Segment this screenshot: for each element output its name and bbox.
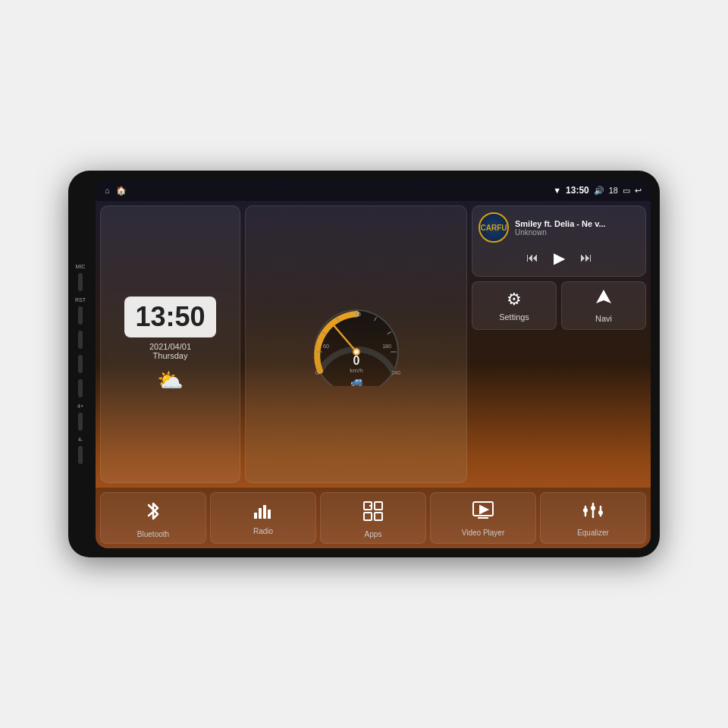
svg-rect-26 xyxy=(364,513,372,520)
car-head-unit: MIC RST 4+ 4- ⌂ 🏠 xyxy=(68,171,660,557)
volume-level: 18 xyxy=(609,186,618,195)
speedometer-widget: 0 60 120 180 240 0 km/h � xyxy=(245,206,467,483)
screen: ⌂ 🏠 ▼ 13:50 🔊 18 ▭ ↩ 13:50 xyxy=(96,180,651,548)
back-side-button[interactable] xyxy=(78,379,83,397)
bluetooth-label: Bluetooth xyxy=(137,530,169,538)
apps-label: Apps xyxy=(365,530,382,538)
volume-up-button[interactable] xyxy=(78,413,83,431)
battery-icon: ▭ xyxy=(623,186,630,196)
mic-label: MIC xyxy=(76,264,86,269)
bottom-nav: Bluetooth Radio xyxy=(96,488,651,548)
main-content: 13:50 2021/04/01 Thursday ⛅ xyxy=(96,201,651,488)
music-widget[interactable]: CARFU Smiley ft. Delia - Ne v... Unknown… xyxy=(472,206,646,277)
volume-icon: 🔊 xyxy=(594,186,604,196)
volume-down-button[interactable] xyxy=(78,446,83,464)
power-button[interactable] xyxy=(78,331,83,349)
radio-button[interactable]: Radio xyxy=(210,492,316,544)
weather-icon: ⛅ xyxy=(157,368,184,393)
music-info: Smiley ft. Delia - Ne v... Unknown xyxy=(515,219,639,237)
wifi-icon: ▼ xyxy=(553,186,561,195)
radio-icon xyxy=(253,500,274,523)
navi-button[interactable]: Navi xyxy=(561,281,646,330)
svg-rect-27 xyxy=(375,513,382,520)
side-controls: MIC RST 4+ 4- xyxy=(68,264,93,464)
settings-label: Settings xyxy=(499,312,529,322)
widgets-row: 13:50 2021/04/01 Thursday ⛅ xyxy=(100,206,646,483)
mic-button[interactable] xyxy=(78,273,83,291)
status-bar-right: ▼ 13:50 🔊 18 ▭ ↩ xyxy=(553,185,642,196)
svg-point-35 xyxy=(591,506,595,510)
equalizer-button[interactable]: Equalizer xyxy=(540,492,646,544)
play-button[interactable]: ▶ xyxy=(554,249,565,267)
navi-icon xyxy=(595,288,613,311)
vol-up-label: 4+ xyxy=(77,403,83,409)
music-artist: Unknown xyxy=(515,228,639,237)
status-bar: ⌂ 🏠 ▼ 13:50 🔊 18 ▭ ↩ xyxy=(96,180,651,201)
next-button[interactable]: ⏭ xyxy=(580,251,592,265)
svg-rect-25 xyxy=(375,502,382,510)
svg-marker-19 xyxy=(596,290,611,303)
music-controls: ⏮ ▶ ⏭ xyxy=(479,246,639,270)
svg-rect-23 xyxy=(268,510,271,519)
bluetooth-button[interactable]: Bluetooth xyxy=(100,492,206,544)
action-buttons: ⚙ Settings Navi xyxy=(472,281,646,330)
music-logo: CARFU xyxy=(479,212,509,243)
svg-rect-21 xyxy=(259,508,262,519)
svg-point-37 xyxy=(598,510,603,515)
video-player-icon xyxy=(472,500,494,525)
apps-icon xyxy=(362,500,384,526)
status-time: 13:50 xyxy=(566,185,589,196)
day-value: Thursday xyxy=(153,351,188,360)
back-icon[interactable]: ↩ xyxy=(635,186,642,196)
music-title: Smiley ft. Delia - Ne v... xyxy=(515,219,639,228)
equalizer-icon xyxy=(582,500,604,525)
logo-text: CARFU xyxy=(481,224,507,232)
rst-label: RST xyxy=(75,297,86,303)
road-scene xyxy=(246,317,466,482)
apps-button[interactable]: Apps xyxy=(320,492,426,544)
svg-marker-30 xyxy=(480,506,488,513)
clock-date: 2021/04/01 Thursday xyxy=(149,342,191,360)
video-player-label: Video Player xyxy=(462,529,505,537)
svg-rect-22 xyxy=(263,505,266,519)
status-bar-left: ⌂ 🏠 xyxy=(105,186,127,196)
music-header: CARFU Smiley ft. Delia - Ne v... Unknown xyxy=(479,212,639,243)
vol-down-label: 4- xyxy=(78,437,83,442)
date-value: 2021/04/01 xyxy=(149,342,191,351)
home-side-button[interactable] xyxy=(78,355,83,373)
bluetooth-icon xyxy=(144,500,162,526)
settings-icon: ⚙ xyxy=(507,290,522,309)
radio-label: Radio xyxy=(253,527,273,535)
clock-display: 13:50 xyxy=(124,297,215,337)
rst-button[interactable] xyxy=(78,306,83,325)
right-panel: CARFU Smiley ft. Delia - Ne v... Unknown… xyxy=(472,206,646,483)
prev-button[interactable]: ⏮ xyxy=(526,251,538,265)
home-icon[interactable]: ⌂ xyxy=(105,186,110,195)
house-icon[interactable]: 🏠 xyxy=(116,186,127,196)
video-player-button[interactable]: Video Player xyxy=(430,492,536,544)
svg-rect-20 xyxy=(254,513,257,519)
clock-time: 13:50 xyxy=(135,301,205,333)
svg-point-33 xyxy=(583,508,588,513)
equalizer-label: Equalizer xyxy=(577,529,609,537)
clock-widget: 13:50 2021/04/01 Thursday ⛅ xyxy=(100,206,240,483)
navi-label: Navi xyxy=(595,314,612,323)
settings-button[interactable]: ⚙ Settings xyxy=(472,281,557,330)
